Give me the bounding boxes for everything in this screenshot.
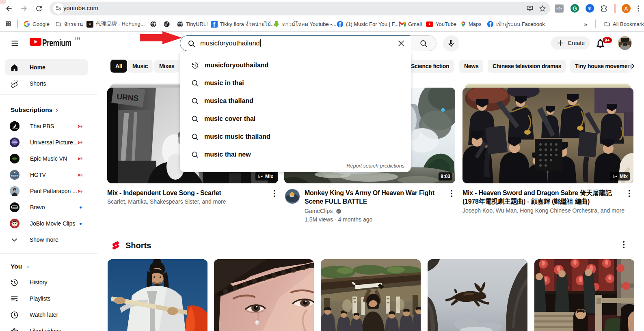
svg-text:EM VN: EM VN xyxy=(12,158,17,160)
svg-text:bravo: bravo xyxy=(13,206,17,208)
svg-text:UNIVERSAL: UNIVERSAL xyxy=(11,142,18,143)
svg-text:Thai PBS: Thai PBS xyxy=(12,128,18,129)
svg-text:HGTV: HGTV xyxy=(11,174,18,177)
